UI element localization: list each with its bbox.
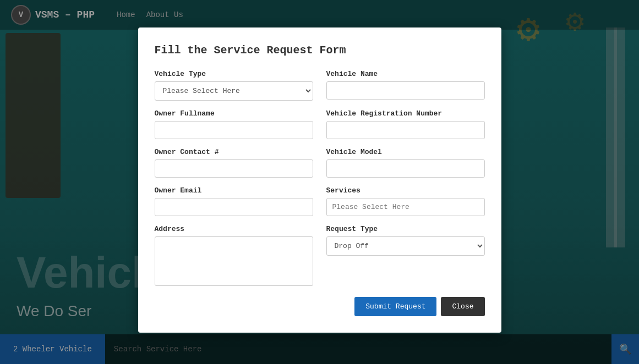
owner-contact-label: Owner Contact #	[155, 148, 313, 156]
owner-email-group: Owner Email	[155, 186, 313, 216]
request-type-label: Request Type	[326, 225, 485, 233]
address-group: Address	[155, 225, 313, 286]
vehicle-type-select[interactable]: Please Select Here 2 Wheeler 4 Wheeler H…	[155, 81, 313, 101]
vehicle-type-label: Vehicle Type	[155, 70, 313, 78]
address-label: Address	[155, 225, 313, 233]
close-button[interactable]: Close	[441, 297, 484, 316]
vehicle-name-group: Vehicle Name	[326, 70, 485, 101]
services-group: Services	[326, 186, 485, 216]
vehicle-type-group: Vehicle Type Please Select Here 2 Wheele…	[155, 70, 313, 101]
owner-email-input[interactable]	[155, 198, 313, 216]
submit-request-button[interactable]: Submit Request	[354, 297, 436, 316]
vehicle-reg-label: Vehicle Registration Number	[326, 109, 485, 118]
services-label: Services	[326, 186, 485, 195]
form-grid: Vehicle Type Please Select Here 2 Wheele…	[155, 70, 485, 286]
owner-email-label: Owner Email	[155, 186, 313, 195]
request-type-select[interactable]: Drop Off Pick Up On-Site	[326, 236, 485, 256]
owner-contact-group: Owner Contact #	[155, 148, 313, 178]
form-actions: Submit Request Close	[155, 297, 485, 316]
vehicle-model-group: Vehicle Model	[326, 148, 485, 178]
owner-contact-input[interactable]	[155, 159, 313, 178]
modal-title: Fill the Service Request Form	[155, 44, 485, 57]
address-textarea[interactable]	[155, 236, 313, 286]
vehicle-model-label: Vehicle Model	[326, 148, 485, 156]
services-input[interactable]	[326, 198, 485, 216]
vehicle-reg-group: Vehicle Registration Number	[326, 109, 485, 139]
modal: Fill the Service Request Form Vehicle Ty…	[138, 27, 501, 333]
vehicle-name-input[interactable]	[326, 81, 485, 100]
owner-fullname-group: Owner Fullname	[155, 109, 313, 139]
owner-fullname-input[interactable]	[155, 121, 313, 139]
modal-overlay: Fill the Service Request Form Vehicle Ty…	[0, 0, 639, 364]
vehicle-model-input[interactable]	[326, 159, 485, 178]
request-type-group: Request Type Drop Off Pick Up On-Site	[326, 225, 485, 286]
owner-fullname-label: Owner Fullname	[155, 109, 313, 118]
vehicle-name-label: Vehicle Name	[326, 70, 485, 78]
vehicle-reg-input[interactable]	[326, 121, 485, 139]
